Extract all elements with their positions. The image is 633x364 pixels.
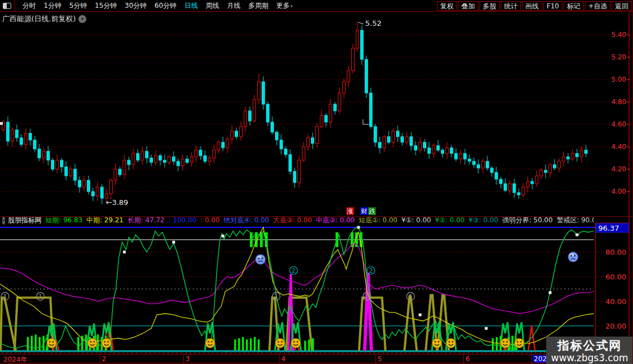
candle [334, 104, 337, 111]
watermark: 指标公式网 www.zbgs3.com [546, 337, 633, 364]
candle [25, 133, 27, 144]
toolbar-button[interactable]: 标记 [564, 1, 584, 11]
toolbar-button[interactable]: F10 [543, 1, 562, 11]
candle [571, 153, 574, 159]
candle [92, 192, 95, 196]
candle [119, 169, 122, 175]
line-marker [357, 226, 360, 229]
candle [352, 48, 355, 71]
indicator-axis-label: 60.00 [606, 273, 626, 281]
indicator-param: 长期: 47.72 [127, 216, 164, 224]
period-tab[interactable]: 30分钟 [121, 1, 151, 11]
period-tab[interactable]: 5分钟 [66, 1, 91, 11]
green-bar [246, 339, 248, 351]
green-bar [511, 336, 514, 351]
candle [74, 169, 77, 180]
chevron-down-icon[interactable]: ▾ [78, 15, 86, 23]
candle [455, 153, 458, 159]
green-bar [77, 337, 80, 351]
toolbar-button[interactable]: 画线 [522, 1, 542, 11]
candle [374, 127, 377, 142]
period-tab[interactable]: 60分钟 [151, 1, 180, 11]
green-bar [238, 338, 240, 351]
date-label: 5 [378, 355, 382, 363]
chart-title-bar: 广西能源(日线.前复权) ▾ [2, 14, 86, 24]
candle [204, 156, 207, 161]
green-bar [308, 339, 310, 351]
date-label: 4 [281, 355, 286, 363]
month-separator [100, 354, 100, 363]
long-term-line [0, 244, 594, 314]
indicator-chevron-down-icon[interactable]: ▾ [2, 217, 5, 225]
indicator-chart[interactable]: 111112280.0060.0040.0020.0096.37 [0, 216, 633, 354]
svg-text:1: 1 [409, 293, 412, 300]
smiley-icon [432, 338, 442, 348]
period-tab[interactable]: 1分钟 [40, 1, 66, 11]
toolbar-button[interactable]: 复权 [437, 1, 457, 11]
price-axis-label: 4.60 [611, 120, 626, 128]
candle [540, 170, 543, 176]
layout-toggle-icon[interactable] [3, 3, 11, 9]
candle [495, 172, 498, 179]
period-tab[interactable]: 周线 [202, 1, 223, 11]
date-label: 2024年 [3, 355, 27, 364]
candle [450, 148, 453, 153]
app-window: 分时1分钟5分钟15分钟30分钟60分钟日线周线月线多周期更多› 复权叠加多股统… [0, 0, 633, 364]
candle [105, 194, 108, 198]
candle [294, 171, 296, 183]
candle [60, 160, 63, 167]
more-menu[interactable]: 更多› [272, 1, 296, 11]
candle [392, 131, 395, 142]
price-axis-label: 4.00 [611, 188, 626, 195]
period-tab[interactable]: 分时 [18, 1, 40, 11]
indicator-param: 短底①: 0.00 [359, 216, 397, 224]
candle [16, 130, 18, 138]
period-tab[interactable]: 日线 [180, 1, 202, 11]
candle [558, 161, 561, 168]
green-bar [254, 337, 256, 351]
toolbar-button[interactable]: 叠加 [458, 1, 478, 11]
candle [298, 160, 301, 183]
sad-face-icon [568, 252, 578, 262]
candle [361, 30, 364, 59]
smiley-icon [88, 338, 97, 348]
price-candlestick-chart[interactable]: 5.405.205.004.804.604.404.204.005.52←3.8… [0, 12, 633, 216]
smiley-icon [291, 338, 301, 348]
candle [267, 104, 269, 122]
topbar-divider [15, 0, 15, 12]
smiley-icon [276, 338, 285, 348]
hot-badge-label: 跌 [369, 208, 376, 215]
line-marker [123, 251, 126, 254]
month-separator [531, 354, 532, 363]
svg-text:1: 1 [274, 293, 278, 300]
date-label: 3 [185, 355, 190, 363]
toolbar-button[interactable]: 统计 [501, 1, 521, 11]
date-axis[interactable]: 2024年23456202 [0, 354, 633, 363]
period-tab[interactable]: 月线 [223, 1, 244, 11]
candle [146, 151, 148, 158]
candle [164, 160, 166, 162]
price-axis-label: 5.00 [611, 76, 626, 83]
period-tab[interactable]: 多周期 [244, 1, 272, 11]
indicator-param: 短期: 96.83 [45, 216, 82, 224]
toolbar-button[interactable]: 返回 [612, 1, 632, 11]
line-marker [576, 234, 579, 236]
svg-text:2: 2 [369, 268, 373, 274]
indicator-param: ¥①: 0.00 [402, 216, 431, 224]
candle [190, 157, 193, 162]
candle [181, 159, 184, 166]
candle [20, 138, 23, 144]
toolbar-button[interactable]: +自选 [585, 1, 611, 11]
candle [410, 137, 413, 146]
date-label: 2 [102, 355, 106, 363]
date-label: 6 [466, 355, 470, 363]
period-tab[interactable]: 15分钟 [91, 1, 120, 11]
candle [388, 137, 390, 142]
candle [289, 155, 292, 171]
candle [509, 184, 511, 190]
candle [553, 165, 556, 168]
price-axis-label: 5.20 [611, 53, 626, 61]
candle [585, 150, 588, 153]
candle [320, 115, 323, 127]
toolbar-button[interactable]: 多股 [480, 1, 500, 11]
